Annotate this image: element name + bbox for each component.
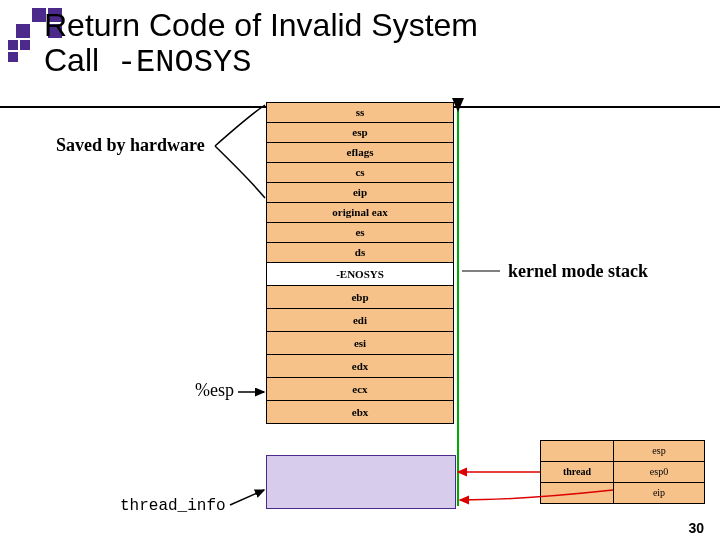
stack-row: ebp xyxy=(266,286,454,309)
stack-row: ds xyxy=(266,243,454,263)
stack-row: esp xyxy=(266,123,454,143)
stack-row: edx xyxy=(266,355,454,378)
mini-cell: eip xyxy=(614,483,704,503)
mini-cell: esp0 xyxy=(614,462,704,482)
title-code: -ENOSYS xyxy=(117,44,251,81)
mini-cell: esp xyxy=(614,441,704,461)
stack-row: cs xyxy=(266,163,454,183)
stack-row: ebx xyxy=(266,401,454,424)
label-esp: %esp xyxy=(195,380,234,401)
stack-row: es xyxy=(266,223,454,243)
label-thread-info: thread_info xyxy=(120,497,226,515)
mini-cell-thread: thread xyxy=(541,462,613,482)
stack-row: original eax xyxy=(266,203,454,223)
title-line1: Return Code of Invalid System xyxy=(44,7,478,43)
page-number: 30 xyxy=(688,520,704,536)
stack-row: esi xyxy=(266,332,454,355)
stack-row: eip xyxy=(266,183,454,203)
title-line2-a: Call xyxy=(44,42,99,78)
stack-diagram: ss esp eflags cs eip original eax es ds … xyxy=(266,102,454,424)
thread-info-box xyxy=(266,455,456,509)
stack-row-enosys: -ENOSYS xyxy=(266,263,454,286)
svg-line-3 xyxy=(230,490,264,505)
label-saved-by-hardware: Saved by hardware xyxy=(56,135,205,156)
stack-row: eflags xyxy=(266,143,454,163)
tss-mini-table: esp thread esp0 eip xyxy=(540,440,705,504)
label-kernel-stack: kernel mode stack xyxy=(508,261,648,282)
stack-row: ecx xyxy=(266,378,454,401)
slide-title: Return Code of Invalid System Call -ENOS… xyxy=(44,8,478,80)
stack-row: ss xyxy=(266,102,454,123)
stack-row: edi xyxy=(266,309,454,332)
